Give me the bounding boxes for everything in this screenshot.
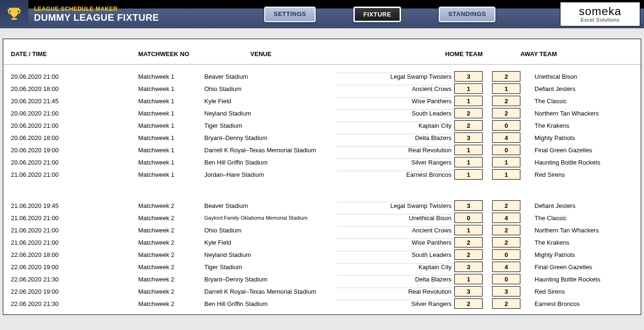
cell-home-score[interactable]: 2 — [454, 249, 483, 260]
cell-away-score[interactable]: 2 — [492, 200, 520, 211]
settings-button[interactable]: SETTINGS — [264, 7, 316, 22]
cell-datetime: 20.06.2020 18:00 — [11, 85, 138, 92]
cell-away-team: Mighty Patriots — [535, 134, 644, 141]
cell-away-team: Haunting Bottle Rockets — [535, 159, 644, 166]
cell-venue: Jordan–Hare Stadium — [204, 171, 336, 178]
fixture-list: 20.06.2020 21:00Matchweek 1Beaver Stadiu… — [3, 65, 641, 314]
fixture-row: 22.06.2020 21:30Matchweek 2Ben Hill Grif… — [11, 297, 641, 310]
cell-matchweek: Matchweek 1 — [138, 122, 204, 129]
cell-away-team: Unethical Bison — [535, 73, 644, 80]
cell-away-score[interactable]: 0 — [492, 120, 520, 131]
cell-away-score[interactable]: 2 — [492, 225, 520, 235]
cell-datetime: 21.06.2020 21:00 — [11, 239, 138, 246]
cell-away-score[interactable]: 0 — [492, 249, 520, 260]
cell-away-score[interactable]: 2 — [492, 237, 520, 248]
cell-venue: Darrell K Royal–Texas Memorial Stadium — [204, 288, 336, 295]
cell-venue: Kyle Field — [204, 98, 336, 105]
cell-venue: Beaver Stadium — [204, 73, 336, 80]
fixture-sheet: DATE / TIME MATCHWEEK NO VENUE HOME TEAM… — [3, 39, 641, 315]
standings-button[interactable]: STANDINGS — [439, 7, 495, 22]
cell-away-score[interactable]: 0 — [492, 145, 520, 155]
cell-matchweek: Matchweek 2 — [138, 239, 204, 246]
cell-venue: Neyland Stadium — [204, 110, 336, 117]
fixture-row: 22.06.2020 19:00Matchweek 2Darrell K Roy… — [11, 285, 641, 297]
cell-home-team: Real Revolution — [336, 288, 454, 295]
fixture-row: 20.06.2020 19:00Matchweek 1Darrell K Roy… — [11, 144, 641, 156]
cell-matchweek: Matchweek 2 — [138, 214, 204, 222]
cell-home-score[interactable]: 1 — [454, 96, 483, 106]
cell-home-score[interactable]: 3 — [454, 71, 483, 82]
cell-home-score[interactable]: 1 — [454, 145, 483, 155]
cell-matchweek: Matchweek 2 — [138, 264, 204, 271]
cell-away-score[interactable]: 2 — [492, 71, 520, 82]
fixture-row: 20.06.2020 21:00Matchweek 1Beaver Stadiu… — [11, 70, 641, 82]
cell-away-team: Red Sirens — [535, 288, 644, 295]
col-away: AWAY TEAM — [492, 50, 644, 58]
cell-away-score[interactable]: 4 — [492, 262, 520, 272]
cell-away-team: The Krakens — [535, 239, 644, 246]
cell-home-score[interactable]: 1 — [454, 274, 483, 284]
cell-away-score[interactable]: 2 — [492, 96, 520, 106]
cell-home-team: Earnest Broncos — [336, 171, 454, 178]
cell-home-score[interactable]: 1 — [454, 83, 483, 94]
cell-venue: Ohio Stadium — [204, 85, 336, 92]
cell-home-team: Silver Rangers — [336, 158, 454, 166]
fixture-row: 20.06.2020 18:00Matchweek 1Bryant–Denny … — [11, 132, 641, 144]
cell-home-score[interactable]: 1 — [454, 157, 483, 167]
cell-away-score[interactable]: 4 — [492, 213, 520, 223]
cell-matchweek: Matchweek 2 — [138, 227, 204, 234]
cell-home-team: Delta Blazers — [336, 134, 454, 141]
cell-matchweek: Matchweek 1 — [138, 159, 204, 166]
cell-home-team: Kaptain City — [336, 122, 454, 129]
cell-home-team: South Leaders — [336, 251, 454, 258]
cell-away-score[interactable]: 2 — [492, 298, 520, 309]
cell-datetime: 22.06.2020 19:00 — [11, 288, 138, 295]
cell-home-score[interactable]: 3 — [454, 200, 483, 211]
cell-home-score[interactable]: 1 — [454, 225, 483, 235]
title-block: LEAGUE SCHEDULE MAKER DUMMY LEAGUE FIXTU… — [28, 6, 159, 23]
cell-venue: Gaylord Family Oklahoma Memorial Stadium — [204, 215, 336, 221]
cell-home-score[interactable]: 2 — [454, 298, 483, 309]
cell-away-score[interactable]: 2 — [492, 108, 520, 118]
cell-home-team: South Leaders — [336, 109, 454, 117]
cell-away-team: Final Green Gazelles — [535, 264, 644, 271]
cell-home-score[interactable]: 1 — [454, 169, 483, 180]
cell-datetime: 20.06.2020 21:00 — [11, 159, 138, 166]
cell-home-score[interactable]: 2 — [454, 120, 483, 131]
cell-home-team: Wise Panthers — [336, 239, 454, 246]
col-datetime: DATE / TIME — [11, 50, 138, 58]
cell-away-score[interactable]: 1 — [492, 169, 520, 180]
cell-home-score[interactable]: 3 — [454, 262, 483, 272]
cell-away-score[interactable]: 0 — [492, 274, 520, 284]
cell-away-team: Defiant Jesters — [535, 202, 644, 209]
cell-home-score[interactable]: 3 — [454, 132, 483, 143]
fixture-button[interactable]: FIXTURE — [353, 7, 401, 22]
cell-datetime: 20.06.2020 21:00 — [11, 110, 138, 117]
cell-home-team: Real Revolution — [336, 146, 454, 154]
fixture-row: 21.06.2020 21:00Matchweek 2Gaylord Famil… — [11, 212, 641, 224]
cell-away-score[interactable]: 4 — [492, 132, 520, 143]
cell-away-team: Earnest Broncos — [535, 300, 644, 307]
cell-away-score[interactable]: 3 — [492, 286, 520, 297]
cell-datetime: 20.06.2020 21:00 — [11, 122, 138, 129]
cell-datetime: 22.06.2020 18:00 — [11, 251, 138, 258]
fixture-row: 22.06.2020 18:00Matchweek 2Neyland Stadi… — [11, 248, 641, 261]
cell-home-score[interactable]: 3 — [454, 286, 483, 297]
fixture-row: 21.06.2020 21:00Matchweek 2Ohio StadiumA… — [11, 224, 641, 236]
cell-home-score[interactable]: 2 — [454, 237, 483, 248]
league-title: DUMMY LEAGUE FIXTURE — [34, 12, 159, 23]
cell-home-score[interactable]: 0 — [454, 213, 483, 223]
cell-away-team: Final Green Gazelles — [535, 147, 644, 154]
column-headers: DATE / TIME MATCHWEEK NO VENUE HOME TEAM… — [3, 39, 641, 65]
cell-away-score[interactable]: 1 — [492, 157, 520, 167]
cell-away-score[interactable]: 1 — [492, 83, 520, 94]
cell-datetime: 21.06.2020 21:00 — [11, 171, 138, 178]
cell-matchweek: Matchweek 1 — [138, 98, 204, 105]
col-matchweek: MATCHWEEK NO — [138, 50, 204, 58]
cell-matchweek: Matchweek 2 — [138, 251, 204, 258]
cell-away-team: The Krakens — [535, 122, 644, 129]
col-home: HOME TEAM — [336, 50, 483, 58]
cell-home-score[interactable]: 2 — [454, 108, 483, 118]
cell-datetime: 22.06.2020 21:30 — [11, 276, 138, 283]
cell-home-team: Silver Rangers — [336, 300, 454, 307]
